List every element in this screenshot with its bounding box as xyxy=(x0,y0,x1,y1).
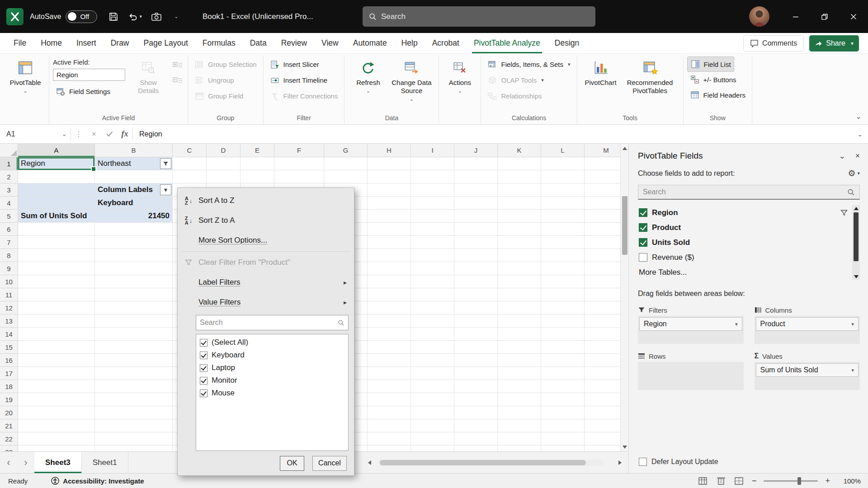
filter-item-laptop[interactable]: Laptop xyxy=(200,361,348,374)
insert-slicer-button[interactable]: Insert Slicer xyxy=(267,56,322,72)
cell-H13[interactable] xyxy=(368,314,411,328)
cell-J14[interactable] xyxy=(454,328,498,341)
tab-data[interactable]: Data xyxy=(243,33,274,53)
cell-A21[interactable] xyxy=(18,419,95,432)
cell-A2[interactable] xyxy=(18,170,95,183)
cell-A5[interactable]: Sum of Units Sold xyxy=(18,210,95,223)
minimize-button[interactable] xyxy=(781,0,810,33)
values-area-well[interactable]: Sum of Units Sold ▾ xyxy=(755,362,860,390)
confirm-entry-icon[interactable] xyxy=(102,125,117,143)
pane-tools-button[interactable]: ⚙ ▾ xyxy=(848,168,860,178)
cell-L13[interactable] xyxy=(541,314,585,328)
cell-H15[interactable] xyxy=(368,341,411,354)
fields-search-box[interactable] xyxy=(638,185,860,200)
cell-K21[interactable] xyxy=(498,419,541,432)
cell-A14[interactable] xyxy=(18,328,95,341)
cell-M9[interactable] xyxy=(585,262,620,275)
row-header-18[interactable]: 18 xyxy=(0,380,18,393)
cell-M21[interactable] xyxy=(585,419,620,432)
cell-A18[interactable] xyxy=(18,380,95,393)
cell-H11[interactable] xyxy=(368,288,411,301)
cell-I4[interactable] xyxy=(411,197,454,210)
cell-L7[interactable] xyxy=(541,236,585,249)
cell-I2[interactable] xyxy=(411,170,454,183)
columns-chip-dropdown-icon[interactable]: ▾ xyxy=(851,321,854,327)
cell-M15[interactable] xyxy=(585,341,620,354)
cell-K4[interactable] xyxy=(498,197,541,210)
row-header-20[interactable]: 20 xyxy=(0,406,18,419)
cell-L3[interactable] xyxy=(541,183,585,197)
report-filter-button[interactable] xyxy=(160,158,171,169)
cell-G1[interactable] xyxy=(324,157,368,170)
cell-J22[interactable] xyxy=(454,432,498,446)
row-header-1[interactable]: 1 xyxy=(0,157,18,170)
field-item-region[interactable]: Region xyxy=(638,205,852,220)
refresh-button[interactable]: Refresh ⌄ xyxy=(348,56,388,94)
cell-B13[interactable] xyxy=(95,314,173,328)
pivotchart-button[interactable]: PivotChart xyxy=(581,56,621,87)
fields-search-input[interactable] xyxy=(643,188,847,196)
cell-L6[interactable] xyxy=(541,223,585,236)
cell-E2[interactable] xyxy=(241,170,274,183)
pivottable-button[interactable]: PivotTable ⌄ xyxy=(5,56,45,94)
zoom-in-button[interactable]: + xyxy=(825,476,830,486)
cell-K6[interactable] xyxy=(498,223,541,236)
laptop-checkbox[interactable] xyxy=(200,364,208,372)
cell-K16[interactable] xyxy=(498,354,541,367)
more-sort-options-item[interactable]: More Sort Options... xyxy=(178,230,354,250)
cell-A16[interactable] xyxy=(18,354,95,367)
horizontal-scrollbar-thumb[interactable] xyxy=(380,460,586,465)
row-header-19[interactable]: 19 xyxy=(0,393,18,406)
cell-M3[interactable] xyxy=(585,183,620,197)
cell-M12[interactable] xyxy=(585,301,620,314)
cell-I3[interactable] xyxy=(411,183,454,197)
field-list-scrollbar-thumb[interactable] xyxy=(854,212,859,261)
cell-L14[interactable] xyxy=(541,328,585,341)
cell-L2[interactable] xyxy=(541,170,585,183)
col-header-E[interactable]: E xyxy=(241,144,274,157)
cell-L8[interactable] xyxy=(541,249,585,262)
cell-M4[interactable] xyxy=(585,197,620,210)
cell-J17[interactable] xyxy=(454,367,498,380)
cell-A22[interactable] xyxy=(18,432,95,446)
cell-M22[interactable] xyxy=(585,432,620,446)
cell-H16[interactable] xyxy=(368,354,411,367)
cell-K7[interactable] xyxy=(498,236,541,249)
row-header-13[interactable]: 13 xyxy=(0,314,18,328)
cell-I13[interactable] xyxy=(411,314,454,328)
product-checkbox[interactable] xyxy=(639,223,647,232)
name-box[interactable]: A1 xyxy=(0,125,58,143)
vertical-scrollbar[interactable] xyxy=(620,144,628,451)
tab-review[interactable]: Review xyxy=(274,33,314,53)
cell-H23[interactable] xyxy=(368,446,411,451)
tab-help[interactable]: Help xyxy=(394,33,425,53)
cell-J9[interactable] xyxy=(454,262,498,275)
zoom-slider-thumb[interactable] xyxy=(797,477,801,485)
normal-view-button[interactable] xyxy=(698,476,708,486)
cell-H7[interactable] xyxy=(368,236,411,249)
cell-J2[interactable] xyxy=(454,170,498,183)
restore-button[interactable] xyxy=(810,0,839,33)
cell-A13[interactable] xyxy=(18,314,95,328)
filter-search-box[interactable] xyxy=(196,315,349,330)
clear-filter-item[interactable]: Clear Filter From "Product" xyxy=(178,253,354,272)
account-avatar[interactable] xyxy=(749,6,769,27)
cell-J20[interactable] xyxy=(454,406,498,419)
cell-B23[interactable] xyxy=(95,446,173,451)
cell-L20[interactable] xyxy=(541,406,585,419)
keyboard-checkbox[interactable] xyxy=(200,352,208,359)
col-header-F[interactable]: F xyxy=(274,144,324,157)
scroll-sheets-left-button[interactable] xyxy=(361,452,378,473)
insert-timeline-button[interactable]: Insert Timeline xyxy=(267,72,330,88)
row-header-16[interactable]: 16 xyxy=(0,354,18,367)
row-header-11[interactable]: 11 xyxy=(0,288,18,301)
cell-G2[interactable] xyxy=(324,170,368,183)
cell-I16[interactable] xyxy=(411,354,454,367)
cell-D2[interactable] xyxy=(207,170,241,183)
cell-A12[interactable] xyxy=(18,301,95,314)
cell-J12[interactable] xyxy=(454,301,498,314)
filters-area-well[interactable]: Region ▾ xyxy=(638,316,744,344)
change-data-source-button[interactable]: Change Data Source ⌄ xyxy=(388,56,435,102)
filter-item-select-all[interactable]: (Select All) xyxy=(200,336,348,349)
formula-bar-expand-icon[interactable]: ⌄ xyxy=(852,125,868,143)
